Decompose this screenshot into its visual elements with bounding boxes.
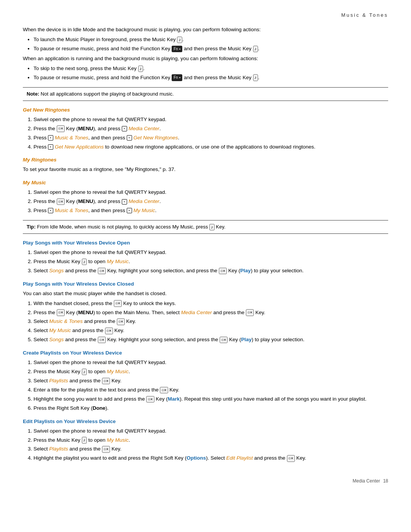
music-key-tip: ♪ [209,224,215,230]
ok-key-15: ○× [102,446,110,452]
my-ringtones-section: My Ringtones To set your favorite music … [23,156,388,174]
my-ringtones-text: To set your favorite music as a ringtone… [23,166,388,174]
edit-playlists-heading: Edit Playlists on Your Wireless Device [23,418,388,426]
ok-key-14: ○× [146,396,154,403]
mm-step-2: Press the ○× Key (MENU), and press ▪ Med… [33,198,388,206]
my-music-section: My Music Swivel open the phone to reveal… [23,179,388,215]
psc-step-1: With the handset closed, press the ○× Ke… [33,300,388,308]
tip-box: Tip: From Idle Mode, when music is not p… [23,220,388,234]
my-music-link-2: My Music [107,259,129,264]
music-key-icon-2: ♪ [253,46,258,52]
ok-key-4: ○× [219,268,227,274]
psc-step-5: Select Songs and press the ○× Key. Highl… [33,336,388,344]
cp-step-3: Select Playlists and press the ○× Key. [33,377,388,385]
bullet-4: To pause or resume music, press and hold… [33,74,388,82]
psc-step-3: Select Music & Tones and press the ○× Ke… [33,318,388,326]
get-new-ringtones-heading: Get New Ringtones [23,106,388,114]
get-new-ringtones-link: Get New Ringtones [133,135,178,141]
psc-intro: You can also start the music player whil… [23,290,388,298]
music-key-icon-3: ♪ [138,66,143,72]
bullet-3: To skip to the next song, press the Musi… [33,65,388,73]
ok-key-3: ○× [98,268,106,274]
get-new-ringtones-section: Get New Ringtones Swivel open the phone … [23,106,388,151]
pso-step-2: Press the Music Key ♪ to open My Music. [33,258,388,266]
gnr-step-3: Press ▪ Music & Tones, and then press ▪ … [33,134,388,142]
songs-link: Songs [49,268,64,273]
psc-step-2: Press the ○× Key (MENU) to open the Main… [33,309,388,317]
gnr-step-2: Press the ○× Key (MENU), and press ▪ Med… [33,125,388,133]
note-box: Note: Not all applications support the p… [23,87,388,101]
play-songs-open-heading: Play Songs with Your Wireless Device Ope… [23,239,388,247]
options-label: Options [186,455,206,461]
my-music-icon: ▪ [127,208,132,213]
play-songs-closed-section: Play Songs with Your Wireless Device Clo… [23,280,388,344]
ok-key-13: ○× [160,387,168,393]
create-playlists-section: Create Playlists on Your Wireless Device… [23,349,388,412]
bullet-2: To pause or resume music, press and hold… [33,45,388,53]
ok-key-6: ○× [57,309,65,316]
playlists-link: Playlists [49,378,68,383]
music-key-cp: ♪ [82,369,87,375]
mm-step-1: Swivel open the phone to reveal the full… [33,189,388,197]
media-icon-2: ▪ [122,199,127,204]
app-running-intro: When an application is running and the b… [23,55,388,63]
play-songs-open-section: Play Songs with Your Wireless Device Ope… [23,239,388,275]
tip-label: Tip: [27,224,36,230]
gnr-step-4: Press ▪ Get New Applications to download… [33,143,388,151]
gna-icon: ▪ [48,144,53,150]
music-tones-link-2: Music & Tones [55,208,88,213]
tip-text: From Idle Mode, when music is not playin… [37,224,209,230]
psc-step-4: Select My Music and press the ○× Key. [33,327,388,335]
ok-key-7: ○× [246,309,254,316]
pso-step-3: Select Songs and press the ○× Key, highl… [33,267,388,275]
media-icon: ▪ [122,126,127,131]
ep-step-2: Press the Music Key ♪ to open My Music. [33,436,388,444]
ep-step-3: Select Playlists and press the ○× Key. [33,445,388,453]
get-new-apps-link: Get New Applications [55,144,104,150]
done-label: Done [92,405,105,411]
function-key-icon: Fn ▪ [172,46,182,53]
my-music-link-3: My Music [49,328,71,333]
ep-step-4: Highlight the playlist you want to edit … [33,454,388,462]
create-playlists-heading: Create Playlists on Your Wireless Device [23,349,388,357]
music-key-icon-4: ♪ [253,74,258,81]
footer-label: Media Center [353,478,380,485]
media-center-link-2: Media Center [129,198,159,204]
my-music-heading: My Music [23,179,388,187]
music-tones-icon-2: ▪ [48,208,53,213]
play-label: Play [240,268,251,273]
page-header: Music & Tones [23,11,388,19]
music-key-ep: ♪ [82,437,87,443]
edit-playlist-link: Edit Playlist [226,455,253,461]
cp-step-1: Swivel open the phone to reveal the full… [33,359,388,367]
cp-step-6: Press the Right Soft Key (Done). [33,404,388,412]
page-footer: Media Center 18 [23,478,388,485]
play-songs-closed-heading: Play Songs with Your Wireless Device Clo… [23,280,388,288]
intro-section: When the device is in Idle Mode and the … [23,26,388,82]
mark-label: Mark [168,396,180,402]
ok-key-12: ○× [102,378,110,384]
media-center-link-3: Media Center [181,310,212,315]
ep-step-1: Swivel open the phone to reveal the full… [33,427,388,435]
ok-key-9: ○× [105,328,113,334]
bullet-1: To launch the Music Player in foreground… [33,36,388,44]
music-tones-icon: ▪ [48,135,53,141]
ok-key-5: ○× [114,300,122,307]
my-music-link-5: My Music [107,437,129,443]
footer-page: 18 [383,478,388,485]
gnr-step-1: Swivel open the phone to reveal the full… [33,116,388,124]
ok-key-16: ○× [287,455,295,462]
music-key-pso: ♪ [82,259,87,265]
media-center-link: Media Center [129,126,159,131]
music-tones-link-3: Music & Tones [49,318,83,324]
playlists-link-2: Playlists [49,446,68,452]
edit-playlists-section: Edit Playlists on Your Wireless Device S… [23,418,388,463]
ok-key-8: ○× [117,318,125,325]
my-ringtones-heading: My Ringtones [23,156,388,164]
note-label: Note: [27,91,39,97]
function-key-icon-2: Fn ▪ [172,74,182,81]
pso-step-1: Swivel open the phone to reveal the full… [33,249,388,257]
ok-key-2: ○× [57,198,65,205]
ok-key-11: ○× [220,337,228,343]
music-tones-link: Music & Tones [55,135,88,141]
